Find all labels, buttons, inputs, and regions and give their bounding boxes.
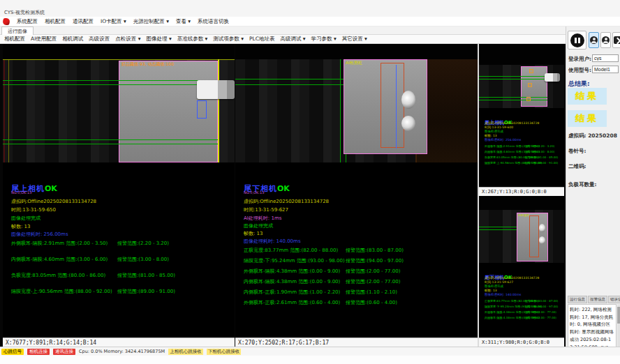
tool-other-settings[interactable]: 其它设置 ▾ bbox=[342, 36, 367, 43]
process-done-line: 图像处理完成 bbox=[485, 130, 503, 133]
measurement-list: 外侧极耳-隔膜:2.91mm 范围:(2.00 - 3.50)报警范围:(2.2… bbox=[11, 240, 233, 310]
camera-image-small-top[interactable] bbox=[479, 44, 564, 108]
measure-line bbox=[3, 84, 218, 85]
camera-view-small-top[interactable]: 尾上相机OK 虚拟码:Offline20250208133134728 时间:1… bbox=[479, 44, 564, 196]
measurement-row: 正极宽度:83.77mm 范围:(82.00 - 88.00)报警范围:(83.… bbox=[244, 247, 476, 254]
measurement-value: 正极宽度:83.77mm 范围:(82.00 - 88.00) bbox=[244, 248, 338, 253]
tool-ai-config[interactable]: AI使用配置 bbox=[31, 36, 57, 43]
camera-image-tail-lower[interactable]: AI检测框 bbox=[235, 44, 478, 162]
pause-button[interactable] bbox=[568, 31, 586, 50]
tool-learning-params[interactable]: 学习参数 ▾ bbox=[311, 36, 337, 43]
tab-connector bbox=[197, 80, 235, 99]
measurement-row: 隔膜宽度-上:90.56mm 范围:(88.00 - 92.00)报警范围:(8… bbox=[11, 288, 233, 295]
tab-count-label: 负极耳数量: bbox=[568, 181, 597, 188]
tool-plc-address[interactable]: PLC地址表 bbox=[249, 36, 274, 43]
switch-user-button[interactable] bbox=[600, 32, 611, 48]
tool-advanced-debug[interactable]: 高级调试 ▾ bbox=[280, 36, 305, 43]
user-icon bbox=[602, 36, 610, 44]
electrode-region bbox=[521, 66, 547, 107]
tool-test-params[interactable]: 测试项参数 ▾ bbox=[213, 36, 244, 43]
ai-box-overlay-label: AI检测框 bbox=[346, 60, 362, 66]
reflection-blob bbox=[539, 236, 545, 244]
menu-light-config[interactable]: 光源控制配置 ▾ bbox=[133, 18, 169, 25]
measurement-value: 内侧极耳-隔膜:4.60mm 范围:(3.00 - 6.00) bbox=[11, 257, 108, 262]
virtual-code-line: 虚拟码:Offline20250208133134728 bbox=[244, 198, 329, 205]
tool-camera-debug[interactable]: 相机调试 bbox=[62, 36, 83, 43]
tab-run-image[interactable]: 运行图像 bbox=[1, 26, 34, 35]
virtual-code-line: 虚拟码:Offline20250208133134728 bbox=[11, 198, 96, 205]
threshold-overlay-label: 好品阈值:93, 动态阈值:100 bbox=[121, 61, 174, 68]
reflection-blob bbox=[539, 224, 545, 232]
tool-camera-config[interactable]: 相机配置 bbox=[4, 36, 25, 43]
elapsed-line: 图像处理耗时: 256.00ms bbox=[11, 231, 68, 238]
elapsed-line: 图像处理耗时: 140.00ms bbox=[244, 238, 301, 245]
heartbeat-badge: 心跳信号 bbox=[1, 349, 24, 355]
info-tab-strip: 运行信息 报警信息 错误信息 bbox=[568, 296, 620, 303]
alarm-range: 报警范围:(2.20 - 3.20) bbox=[117, 240, 169, 247]
ok-ng-counter: NG:0,OK:13 bbox=[244, 190, 264, 195]
pixel-status-bar: X:7677;Y:891;R:14;G:14;B:14 bbox=[3, 338, 235, 347]
tab-error-info[interactable]: 错误信息 bbox=[608, 296, 620, 303]
time-line: 时间:13-31-59-627 bbox=[244, 206, 288, 213]
ok-ng-counter: NG:0,OK:13 bbox=[11, 190, 31, 195]
measurement-value: 内侧极耳-隔膜:4.38mm 范围:(0.00 - 9.00) bbox=[244, 279, 340, 285]
ai-detect-box bbox=[529, 215, 539, 257]
alarm-range: 报警范围:(2.00 - 77.00) bbox=[346, 278, 400, 285]
camera-image-small-bottom[interactable]: AI检测框 bbox=[479, 196, 564, 263]
model-field[interactable] bbox=[592, 66, 619, 73]
yellow-guide-line bbox=[218, 59, 219, 162]
exit-icon bbox=[614, 36, 620, 44]
elapsed-line: 图像处理耗时: 140.00ms bbox=[485, 293, 521, 296]
tool-advanced-settings[interactable]: 高级设置 bbox=[89, 36, 110, 43]
exit-button[interactable] bbox=[612, 32, 620, 48]
frame-count-line: 帧数: 13 bbox=[485, 289, 497, 292]
time-line: 时间:13-31-59-627 bbox=[485, 280, 513, 284]
reel-number-label: 卷针号: bbox=[568, 148, 586, 155]
measure-line bbox=[235, 84, 347, 85]
scrollbar-thumb[interactable] bbox=[617, 307, 620, 324]
time-line: 时间:13-31-59-650 bbox=[11, 206, 56, 213]
camera-view-small-bottom[interactable]: AI检测框 尾下相机OK 虚拟码:Offline2025020813313472… bbox=[479, 196, 564, 347]
alarm-range: 报警范围:(81.00 - 85.00) bbox=[117, 272, 175, 279]
measure-line bbox=[479, 97, 547, 98]
menu-camera-config[interactable]: 相机配置 bbox=[45, 18, 66, 25]
qr-code-label: 二维码: bbox=[568, 163, 586, 170]
measure-line bbox=[3, 80, 218, 81]
ai-box-overlay-label: AI检测框 bbox=[518, 213, 529, 217]
measure-line bbox=[3, 139, 218, 140]
measure-line bbox=[479, 76, 547, 77]
lower-camera-heartbeat-hint: 下相机心跳接收 bbox=[207, 349, 242, 355]
measurement-list: 正极宽度:83.77mm 范围:(82.00 - 88.00)报警范围:(83.… bbox=[485, 299, 563, 327]
menu-view[interactable]: 查看 ▾ bbox=[176, 18, 191, 25]
camera-result-label: OK bbox=[277, 184, 290, 193]
measurement-value: 负极宽度:83.05mm 范围:(80.00 - 86.00) bbox=[11, 273, 105, 278]
process-done-line: 图像处理完成 bbox=[11, 215, 40, 222]
blue-roi-box bbox=[197, 100, 207, 119]
tool-baseline-params[interactable]: 基准线参数 ▾ bbox=[177, 36, 208, 43]
menu-comm-config[interactable]: 通讯配置 bbox=[73, 18, 94, 25]
tool-spot-check[interactable]: 点检设置 ▾ bbox=[115, 36, 140, 43]
tab-alarm-info[interactable]: 报警信息 bbox=[588, 296, 607, 303]
camera-view-tail-lower[interactable]: AI检测框 尾下相机OK NG:0,OK:13 虚拟码:Offline20250… bbox=[235, 44, 478, 347]
login-user-field[interactable] bbox=[592, 54, 619, 62]
measurement-value: 隔膜宽度-上:90.56mm 范围:(88.00 - 92.00) bbox=[11, 289, 112, 294]
camera-view-tail-upper[interactable]: 好品阈值:93, 动态阈值:100 尾上相机OK NG:0,OK:13 虚拟码:… bbox=[3, 44, 235, 347]
camera-image-tail-upper[interactable]: 好品阈值:93, 动态阈值:100 bbox=[3, 44, 235, 162]
tool-image-processing[interactable]: 图像处理 ▾ bbox=[147, 36, 172, 43]
tab-run-info[interactable]: 运行信息 bbox=[568, 296, 587, 303]
roi-marker bbox=[528, 83, 532, 87]
menu-io-config[interactable]: IO卡配置 ▾ bbox=[101, 18, 126, 25]
login-user-button[interactable] bbox=[589, 32, 599, 48]
menu-language-switch[interactable]: 系统语言切换 bbox=[198, 18, 229, 25]
model-label: 使用型号: bbox=[568, 67, 591, 74]
result-indicator-2: 结果 bbox=[568, 110, 607, 127]
cpu-memory-status: Cpu: 0.0% Memory: 3424.41796875M bbox=[79, 349, 165, 354]
alarm-range: 报警范围:(94.00 - 97.00) bbox=[525, 305, 558, 308]
menu-system-config[interactable]: 系统配置 bbox=[17, 18, 38, 25]
time-line: 时间:13-31-59-600 bbox=[485, 126, 513, 129]
alarm-range: 报警范围:(0.60 - 4.00) bbox=[346, 299, 397, 306]
login-user-label: 登录用户: bbox=[568, 56, 591, 63]
window-title: CYS-视觉检测系统 bbox=[4, 9, 45, 16]
pause-icon bbox=[570, 33, 584, 47]
measurement-row: 隔膜宽度-下:95.24mm 范围:(93.00 - 98.00)报警范围:(9… bbox=[485, 305, 563, 308]
